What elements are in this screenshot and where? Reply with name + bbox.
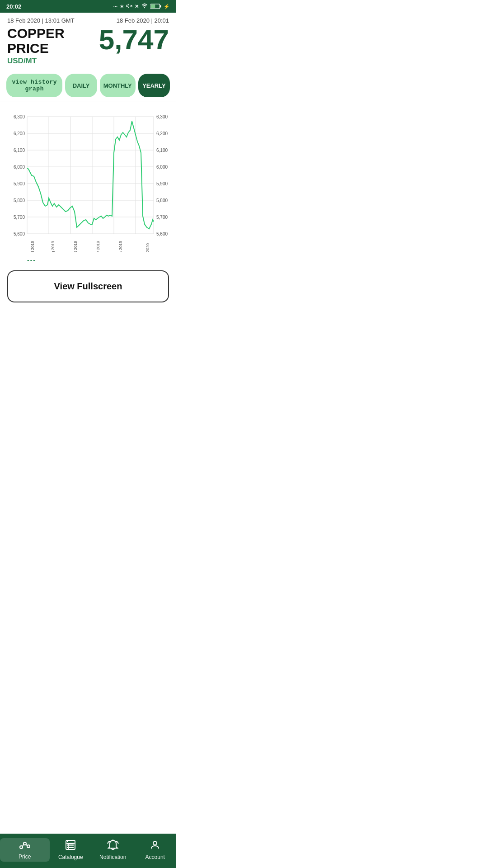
daily-button[interactable]: DAILY: [65, 74, 97, 97]
svg-text:5,700: 5,700: [14, 215, 25, 220]
svg-text:6,000: 6,000: [14, 165, 25, 170]
yearly-button[interactable]: YEARLY: [138, 74, 170, 97]
price-row: COPPER PRICE USD/MT 5,747: [7, 26, 169, 66]
status-time: 20:02: [6, 3, 21, 10]
divider: [0, 102, 176, 102]
legend-dash: ---: [27, 256, 36, 264]
price-chart: 6,300 6,200 6,100 6,000 5,900 5,800 5,70…: [0, 108, 176, 252]
date-left: 18 Feb 2020 | 13:01 GMT: [7, 17, 75, 24]
status-icons: ··· ∗ ✕ ⚡: [113, 3, 170, 10]
svg-rect-5: [160, 5, 161, 7]
svg-text:5,900: 5,900: [14, 181, 25, 186]
svg-text:6,000: 6,000: [156, 165, 168, 170]
date-row: 18 Feb 2020 | 13:01 GMT 18 Feb 2020 | 20…: [7, 17, 169, 24]
commodity-title-line2: PRICE: [7, 41, 65, 56]
svg-text:Feb 2020: Feb 2020: [145, 243, 150, 252]
commodity-name: COPPER PRICE USD/MT: [7, 26, 65, 66]
svg-text:5,600: 5,600: [156, 231, 168, 236]
commodity-title-line1: COPPER: [7, 26, 65, 41]
chart-legend: ---: [0, 256, 176, 264]
svg-text:6,300: 6,300: [156, 114, 168, 119]
wifi-icon: [141, 3, 148, 10]
chart-container: 6,300 6,200 6,100 6,000 5,900 5,800 5,70…: [0, 104, 176, 264]
svg-text:5,900: 5,900: [156, 181, 168, 186]
svg-text:6,100: 6,100: [156, 148, 168, 153]
buttons-row: view history graph DAILY MONTHLY YEARLY: [0, 70, 176, 102]
svg-point-2: [144, 7, 145, 8]
mute-icon: [126, 3, 132, 10]
svg-text:Jul 2019: Jul 2019: [30, 241, 35, 252]
charging-icon: ⚡: [164, 4, 170, 9]
x-icon: ✕: [135, 4, 139, 9]
battery-icon: [150, 4, 161, 9]
fullscreen-button[interactable]: View Fullscreen: [7, 270, 169, 302]
svg-text:6,200: 6,200: [156, 131, 168, 136]
unit-label: USD/MT: [7, 57, 65, 66]
svg-text:5,800: 5,800: [156, 198, 168, 203]
dots-icon: ···: [113, 4, 117, 9]
price-value: 5,747: [99, 26, 169, 54]
monthly-button[interactable]: MONTHLY: [100, 74, 136, 97]
status-bar: 20:02 ··· ∗ ✕ ⚡: [0, 0, 176, 13]
svg-text:Dec 2019: Dec 2019: [118, 241, 123, 252]
svg-text:Nov 2019: Nov 2019: [96, 241, 100, 252]
svg-text:6,200: 6,200: [14, 131, 25, 136]
svg-text:Oct 2019: Oct 2019: [73, 241, 78, 252]
svg-text:Aug 2019: Aug 2019: [51, 241, 55, 252]
date-right: 18 Feb 2020 | 20:01: [117, 17, 169, 24]
header: 18 Feb 2020 | 13:01 GMT 18 Feb 2020 | 20…: [0, 13, 176, 70]
svg-text:6,100: 6,100: [14, 148, 25, 153]
svg-text:5,700: 5,700: [156, 215, 168, 220]
svg-text:5,600: 5,600: [14, 231, 25, 236]
svg-text:5,800: 5,800: [14, 198, 25, 203]
bluetooth-icon: ∗: [120, 4, 124, 9]
history-graph-button[interactable]: view history graph: [6, 74, 62, 97]
svg-text:6,300: 6,300: [14, 114, 25, 119]
svg-rect-4: [151, 5, 155, 9]
